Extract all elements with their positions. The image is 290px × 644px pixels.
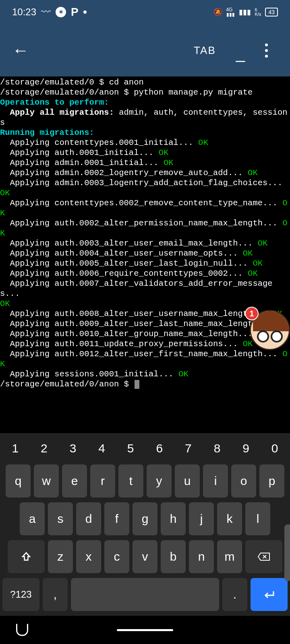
key-4[interactable]: 4: [89, 437, 115, 460]
period-key[interactable]: .: [222, 578, 247, 611]
key-i[interactable]: i: [203, 464, 228, 497]
key-o[interactable]: o: [231, 464, 256, 497]
key-d[interactable]: d: [76, 502, 101, 535]
key-w[interactable]: w: [34, 464, 59, 497]
dot-icon: [83, 10, 87, 14]
status-time: 10:23: [12, 6, 36, 18]
key-g[interactable]: g: [133, 502, 157, 535]
key-n[interactable]: n: [189, 540, 214, 573]
kb-row-4: ?123 , .: [2, 578, 288, 611]
signal-bars-icon: ▮▮▮: [239, 8, 251, 17]
p-icon: P: [71, 6, 79, 19]
key-5[interactable]: 5: [118, 437, 143, 460]
key-t[interactable]: t: [118, 464, 143, 497]
messenger-icon: ✶: [56, 7, 66, 17]
key-a[interactable]: a: [20, 502, 45, 535]
key-0[interactable]: 0: [262, 437, 288, 460]
backspace-key[interactable]: [245, 540, 282, 573]
space-key[interactable]: [71, 578, 219, 611]
soft-keyboard: 1234567890 qwertyuiop asdfghjkl zxcvbnm …: [0, 433, 290, 616]
key-v[interactable]: v: [133, 540, 157, 573]
waveform-icon: 〰: [41, 6, 51, 18]
key-y[interactable]: y: [147, 464, 172, 497]
key-k[interactable]: k: [217, 502, 242, 535]
kb-row-1: qwertyuiop: [2, 464, 288, 497]
notification-badge: 1: [245, 307, 259, 320]
status-bar: 10:23 〰 ✶ P 🔕 4G▮▮▮ ▮▮▮ 6K/s 43: [0, 0, 290, 24]
key-8[interactable]: 8: [204, 437, 230, 460]
key-7[interactable]: 7: [176, 437, 201, 460]
key-9[interactable]: 9: [233, 437, 259, 460]
terminal-output[interactable]: /storage/emulated/0 $ cd anon /storage/e…: [0, 76, 290, 390]
key-h[interactable]: h: [161, 502, 186, 535]
key-m[interactable]: m: [217, 540, 242, 573]
home-gesture-bar[interactable]: [117, 629, 173, 631]
mute-icon: 🔕: [213, 8, 222, 17]
symbols-key[interactable]: ?123: [2, 578, 39, 611]
key-f[interactable]: f: [104, 502, 129, 535]
net-speed: 6K/s: [255, 8, 261, 17]
key-x[interactable]: x: [76, 540, 101, 573]
key-l[interactable]: l: [245, 502, 270, 535]
minimize-button[interactable]: _: [236, 44, 245, 62]
key-q[interactable]: q: [6, 464, 31, 497]
key-z[interactable]: z: [48, 540, 73, 573]
comma-key[interactable]: ,: [43, 578, 68, 611]
key-2[interactable]: 2: [31, 437, 57, 460]
kb-row-3: zxcvbnm: [2, 540, 288, 573]
navigation-bar: [0, 616, 290, 644]
status-left: 10:23 〰 ✶ P: [12, 6, 87, 19]
key-6[interactable]: 6: [147, 437, 172, 460]
key-p[interactable]: p: [259, 464, 284, 497]
more-menu-icon[interactable]: [265, 43, 268, 58]
kb-row-2: asdfghjkl: [2, 502, 288, 535]
key-b[interactable]: b: [161, 540, 186, 573]
back-arrow-icon[interactable]: ←: [12, 41, 29, 60]
status-right: 🔕 4G▮▮▮ ▮▮▮ 6K/s 43: [213, 7, 278, 17]
shift-key[interactable]: [8, 540, 45, 573]
key-s[interactable]: s: [48, 502, 73, 535]
chat-head-bubble[interactable]: 1: [250, 310, 290, 350]
key-1[interactable]: 1: [2, 437, 28, 460]
battery-indicator: 43: [265, 8, 278, 17]
recent-apps-icon[interactable]: [16, 624, 28, 636]
key-j[interactable]: j: [189, 502, 214, 535]
kb-row-numbers: 1234567890: [2, 437, 288, 460]
enter-key[interactable]: [251, 578, 288, 611]
app-bar: ← TAB _: [0, 24, 290, 76]
key-u[interactable]: u: [175, 464, 200, 497]
key-e[interactable]: e: [62, 464, 87, 497]
key-c[interactable]: c: [104, 540, 129, 573]
key-3[interactable]: 3: [60, 437, 86, 460]
tab-button[interactable]: TAB: [194, 44, 216, 57]
keyboard-handle[interactable]: [284, 524, 290, 581]
signal-4g: 4G▮▮▮: [226, 7, 235, 17]
key-r[interactable]: r: [90, 464, 115, 497]
